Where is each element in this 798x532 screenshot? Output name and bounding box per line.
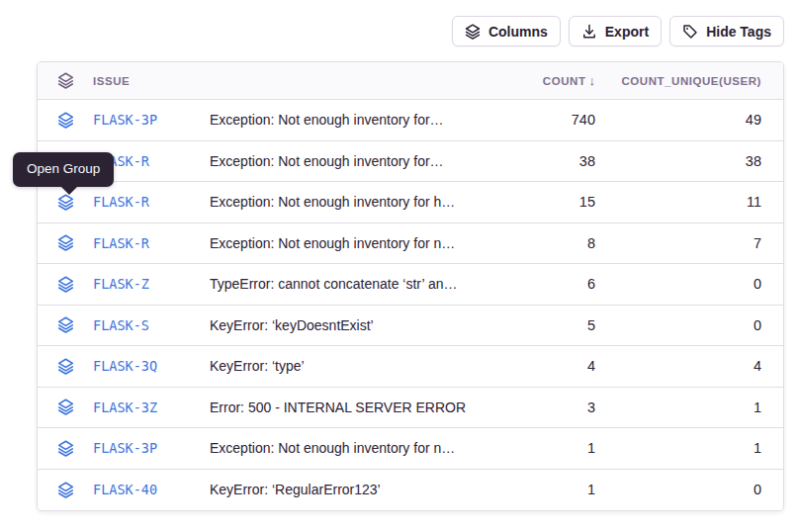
export-button-label: Export xyxy=(605,24,649,40)
issue-stack-icon[interactable] xyxy=(57,482,93,498)
table-row: FLASK-R Exception: Not enough inventory … xyxy=(38,141,783,183)
table-header-row: ISSUE COUNT↓ COUNT_UNIQUE(USER) xyxy=(38,62,783,100)
column-header-issue[interactable]: ISSUE xyxy=(93,75,210,87)
count-unique-value: 1 xyxy=(595,399,761,415)
download-icon xyxy=(581,24,597,40)
issue-title: KeyError: ‘keyDoesntExist’ xyxy=(210,317,501,333)
count-unique-value: 0 xyxy=(595,276,761,292)
issue-stack-icon[interactable] xyxy=(57,358,93,375)
issue-title: Error: 500 - INTERNAL SERVER ERROR xyxy=(210,399,501,415)
table-row: FLASK-3P Exception: Not enough inventory… xyxy=(38,428,783,470)
issue-link[interactable]: FLASK-40 xyxy=(93,482,210,497)
stack-icon xyxy=(465,24,481,40)
issue-title: Exception: Not enough inventory for n… xyxy=(210,440,501,456)
table-row: FLASK-3Z Error: 500 - INTERNAL SERVER ER… xyxy=(38,388,783,429)
count-unique-value: 38 xyxy=(595,153,761,169)
issue-title: TypeError: cannot concatenate ‘str’ an… xyxy=(210,276,501,292)
table-row: FLASK-R Exception: Not enough inventory … xyxy=(38,182,783,223)
issues-stack-icon xyxy=(57,72,93,89)
open-group-tooltip: Open Group xyxy=(13,152,114,187)
column-header-count[interactable]: COUNT↓ xyxy=(501,73,595,88)
columns-button[interactable]: Columns xyxy=(452,16,561,46)
export-button[interactable]: Export xyxy=(569,16,662,46)
count-value: 1 xyxy=(501,440,595,456)
table-row: FLASK-3Q KeyError: ‘type’ 4 4 xyxy=(38,346,783,388)
table-row: FLASK-3P Exception: Not enough inventory… xyxy=(38,100,783,141)
issue-stack-icon[interactable] xyxy=(57,194,93,211)
count-value: 38 xyxy=(501,153,595,169)
issue-stack-icon[interactable] xyxy=(57,112,93,129)
issue-stack-icon[interactable] xyxy=(57,316,93,333)
issue-stack-icon[interactable] xyxy=(57,440,93,457)
issue-link[interactable]: FLASK-R xyxy=(93,235,210,251)
count-value: 8 xyxy=(501,235,595,251)
issue-title: Exception: Not enough inventory for n… xyxy=(210,235,501,251)
hide-tags-button-label: Hide Tags xyxy=(706,24,771,40)
issue-link[interactable]: FLASK-3Z xyxy=(93,399,210,415)
issue-link[interactable]: FLASK-R xyxy=(93,194,210,210)
count-value: 6 xyxy=(501,276,595,292)
issue-title: Exception: Not enough inventory for… xyxy=(210,153,501,169)
issue-link[interactable]: FLASK-3Q xyxy=(93,358,210,374)
count-unique-value: 49 xyxy=(595,112,761,128)
column-header-count-unique[interactable]: COUNT_UNIQUE(USER) xyxy=(595,75,761,87)
issue-stack-icon[interactable] xyxy=(57,276,93,293)
issue-title: KeyError: ‘type’ xyxy=(210,358,501,374)
tag-icon xyxy=(682,24,698,40)
count-unique-value: 0 xyxy=(595,482,761,497)
count-unique-value: 11 xyxy=(595,194,761,210)
issue-link[interactable]: FLASK-3P xyxy=(93,112,210,128)
count-value: 5 xyxy=(501,317,595,333)
issue-title: KeyError: ‘RegularError123’ xyxy=(210,482,501,497)
count-value: 1 xyxy=(501,482,595,497)
table-row: FLASK-R Exception: Not enough inventory … xyxy=(38,223,783,265)
count-value: 15 xyxy=(501,194,595,210)
count-unique-value: 4 xyxy=(595,358,761,374)
issue-link[interactable]: FLASK-3P xyxy=(93,440,210,456)
count-value: 4 xyxy=(501,358,595,374)
count-unique-value: 1 xyxy=(595,440,761,456)
hide-tags-button[interactable]: Hide Tags xyxy=(669,16,784,46)
issue-link[interactable]: FLASK-S xyxy=(93,317,210,333)
table-row: FLASK-40 KeyError: ‘RegularError123’ 1 0 xyxy=(38,470,783,511)
columns-button-label: Columns xyxy=(488,24,548,40)
issue-link[interactable]: FLASK-Z xyxy=(93,276,210,292)
table-row: FLASK-Z TypeError: cannot concatenate ‘s… xyxy=(38,264,783,306)
count-unique-value: 0 xyxy=(595,317,761,333)
column-header-count-label: COUNT xyxy=(543,75,586,87)
issue-title: Exception: Not enough inventory for… xyxy=(210,112,501,128)
count-value: 740 xyxy=(501,112,595,128)
count-unique-value: 7 xyxy=(595,235,761,251)
issue-title: Exception: Not enough inventory for h… xyxy=(210,194,501,210)
table-row: FLASK-S KeyError: ‘keyDoesntExist’ 5 0 xyxy=(38,306,783,347)
toolbar: Columns Export Hide Tags xyxy=(452,16,784,46)
results-table: ISSUE COUNT↓ COUNT_UNIQUE(USER) FLASK-3P… xyxy=(37,61,784,511)
issue-stack-icon[interactable] xyxy=(57,399,93,415)
count-value: 3 xyxy=(501,399,595,415)
issue-stack-icon[interactable] xyxy=(57,234,93,251)
